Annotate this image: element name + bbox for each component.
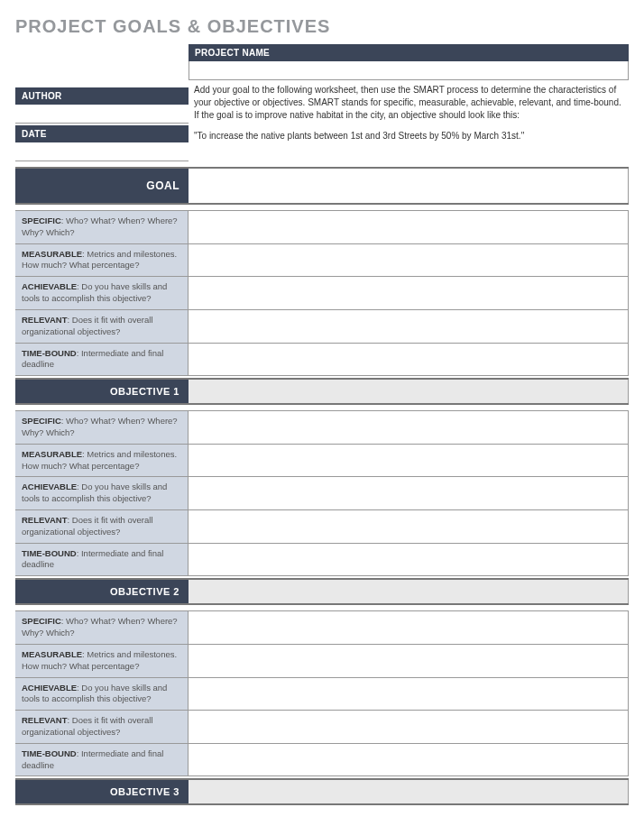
timebound-field-3[interactable] <box>189 744 629 776</box>
timebound-label: TIME-BOUND: Intermediate and final deadl… <box>15 544 189 576</box>
project-name-field[interactable] <box>189 61 629 80</box>
relevant-label: RELEVANT: Does it fit with overall organ… <box>15 310 189 343</box>
smart-block-3: SPECIFIC: Who? What? When? Where? Why? W… <box>15 610 629 776</box>
achievable-field-1[interactable] <box>189 277 629 309</box>
measurable-label: MEASURABLE: Metrics and milestones. How … <box>15 645 189 677</box>
objective-3-label: OBJECTIVE 3 <box>15 780 189 803</box>
author-label: AUTHOR <box>15 87 189 105</box>
objective-3-field[interactable] <box>189 780 629 803</box>
measurable-field-3[interactable] <box>189 645 629 677</box>
achievable-label: ACHIEVABLE: Do you have skills and tools… <box>15 678 189 711</box>
objective-1-label: OBJECTIVE 1 <box>15 380 189 403</box>
measurable-label: MEASURABLE: Metrics and milestones. How … <box>15 244 189 277</box>
objective-3-section: OBJECTIVE 3 <box>15 778 629 805</box>
relevant-label: RELEVANT: Does it fit with overall organ… <box>15 510 189 543</box>
specific-field-3[interactable] <box>189 611 629 644</box>
goal-label: GOAL <box>15 169 189 203</box>
specific-field-2[interactable] <box>189 411 629 444</box>
achievable-label: ACHIEVABLE: Do you have skills and tools… <box>15 277 189 309</box>
relevant-field-1[interactable] <box>189 310 629 343</box>
objective-1-field[interactable] <box>189 380 629 403</box>
specific-label: SPECIFIC: Who? What? When? Where? Why? W… <box>15 411 189 444</box>
objective-2-label: OBJECTIVE 2 <box>15 580 189 603</box>
timebound-field-1[interactable] <box>189 344 629 376</box>
specific-label: SPECIFIC: Who? What? When? Where? Why? W… <box>15 611 189 644</box>
smart-block-2: SPECIFIC: Who? What? When? Where? Why? W… <box>15 410 629 576</box>
measurable-label: MEASURABLE: Metrics and milestones. How … <box>15 445 189 477</box>
timebound-field-2[interactable] <box>189 544 629 576</box>
date-field[interactable] <box>15 142 189 161</box>
relevant-field-3[interactable] <box>189 711 629 743</box>
objective-1-section: OBJECTIVE 1 <box>15 378 629 405</box>
page-title: PROJECT GOALS & OBJECTIVES <box>15 16 629 37</box>
instruction-text: Add your goal to the following worksheet… <box>189 82 629 127</box>
specific-field-1[interactable] <box>189 211 629 243</box>
relevant-label: RELEVANT: Does it fit with overall organ… <box>15 711 189 743</box>
relevant-field-2[interactable] <box>189 510 629 543</box>
measurable-field-2[interactable] <box>189 445 629 477</box>
achievable-field-3[interactable] <box>189 678 629 711</box>
smart-block-1: SPECIFIC: Who? What? When? Where? Why? W… <box>15 210 629 376</box>
achievable-field-2[interactable] <box>189 477 629 509</box>
specific-label: SPECIFIC: Who? What? When? Where? Why? W… <box>15 211 189 243</box>
timebound-label: TIME-BOUND: Intermediate and final deadl… <box>15 344 189 376</box>
goal-field[interactable] <box>189 169 629 203</box>
author-field[interactable] <box>15 105 189 124</box>
objective-2-field[interactable] <box>189 580 629 603</box>
date-label: DATE <box>15 125 189 142</box>
project-name-label: PROJECT NAME <box>189 44 629 61</box>
instruction-quote: "To increase the native plants between 1… <box>189 127 629 146</box>
measurable-field-1[interactable] <box>189 244 629 277</box>
timebound-label: TIME-BOUND: Intermediate and final deadl… <box>15 744 189 776</box>
objective-2-section: OBJECTIVE 2 <box>15 578 629 605</box>
achievable-label: ACHIEVABLE: Do you have skills and tools… <box>15 477 189 509</box>
goal-section: GOAL <box>15 167 629 205</box>
